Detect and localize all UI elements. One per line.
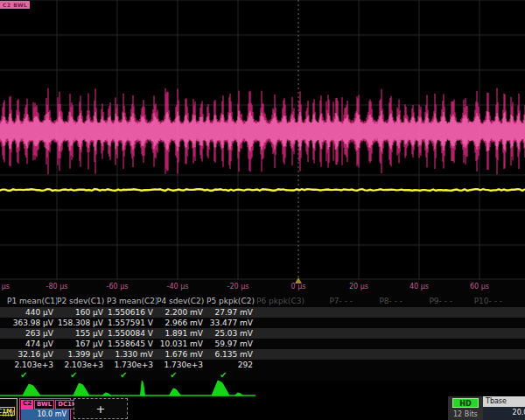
c2-scale-value: 10.0 mV: [21, 410, 69, 420]
timebase-box[interactable]: Tbase 20.0 µ: [483, 396, 525, 420]
table-row: 2.103e+32.103e+31.730e+31.730e+3292: [0, 360, 525, 370]
waveform-grid[interactable]: C2 BWL: [0, 0, 525, 280]
param-header[interactable]: P2 sdev(C1): [57, 296, 107, 306]
timebase-value: 20.0 µ: [483, 407, 525, 419]
time-tick-label: 20 µs: [349, 283, 368, 290]
param-value: 2.966 mV: [157, 318, 206, 328]
time-tick-label: -20 µs: [228, 283, 249, 290]
trend-peak: [74, 383, 89, 396]
param-value: 1.550616 V: [107, 307, 157, 318]
c1-scale-value: 0 mV: [0, 410, 14, 418]
param-value: 1.558645 V: [107, 339, 157, 349]
time-tick-label: -40 µs: [167, 283, 189, 290]
measurement-table: P1 mean(C1)P2 sdev(C1)P3 mean(C2)P4 sdev…: [0, 296, 525, 381]
param-value: 32.16 µV: [7, 349, 57, 360]
grid-canvas: [0, 0, 525, 280]
param-header[interactable]: P9- - -: [406, 296, 456, 306]
time-tick-label: 40 µs: [410, 283, 429, 290]
param-header[interactable]: P6 pkpk(C3): [256, 296, 306, 306]
param-value: 155 µV: [57, 328, 107, 339]
param-value: 59.97 mV: [206, 339, 256, 349]
channel-c1-descriptor[interactable]: DC1M 0 mV: [0, 398, 18, 420]
table-row: 32.16 µV1.399 µV1.330 mV1.676 mV6.135 mV: [0, 349, 525, 360]
param-value: 1.557591 V: [107, 318, 157, 328]
time-tick-label: 60 µs: [470, 283, 489, 290]
trend-peak: [102, 393, 111, 396]
time-tick-label: 0 µs: [291, 283, 306, 290]
acquisition-panel[interactable]: HD 12 Bits Tbase 20.0 µ: [448, 396, 525, 420]
param-value: 1.399 µV: [57, 349, 107, 360]
trace-descriptor-badge[interactable]: C2 BWL: [0, 1, 30, 9]
trigger-time-marker[interactable]: [295, 277, 302, 284]
time-axis: -100 µs-80 µs-60 µs-40 µs-20 µs0 µs20 µs…: [0, 280, 525, 296]
param-value: 158.308 µV: [57, 318, 107, 328]
param-value: 1.676 mV: [157, 349, 206, 360]
trend-strip: [0, 379, 525, 398]
table-row: 440 µV160 µV1.550616 V2.200 mV27.97 mV: [0, 307, 525, 318]
table-row: 474 µV167 µV1.558645 V10.031 mV59.97 mV: [0, 339, 525, 349]
param-value: 25.03 mV: [206, 328, 256, 339]
time-tick-label: -100 µs: [0, 283, 10, 290]
param-value: 10.031 mV: [157, 339, 206, 349]
param-value: 33.477 mV: [206, 318, 256, 328]
c2-channel-chip: C2: [21, 400, 33, 410]
time-tick-label: -80 µs: [46, 283, 68, 290]
param-header[interactable]: P8- - -: [356, 296, 406, 306]
trend-peak: [141, 381, 145, 396]
add-trace-button[interactable]: +: [74, 398, 128, 419]
param-value: 2.103e+3: [57, 360, 107, 370]
hd-mode-badge[interactable]: HD: [452, 398, 479, 408]
param-value: 474 µV: [7, 339, 57, 349]
time-tick-label: -60 µs: [107, 283, 129, 290]
param-value: 263 µV: [7, 328, 57, 339]
param-header[interactable]: P5 pkpk(C2): [206, 296, 256, 306]
param-header[interactable]: P10- - -: [456, 296, 506, 306]
param-value: 27.97 mV: [206, 307, 256, 318]
trend-peak: [170, 388, 181, 396]
param-value: 167 µV: [57, 339, 107, 349]
table-row: P1 mean(C1)P2 sdev(C1)P3 mean(C2)P4 sdev…: [0, 296, 525, 307]
descriptor-bar: DC1M 0 mV C2 BWL DC1M 10.0 mV + HD 12 Bi…: [0, 398, 525, 420]
param-header[interactable]: P7- - -: [306, 296, 356, 306]
param-value: 440 µV: [7, 307, 57, 318]
hd-bits-label: 12 Bits: [453, 410, 478, 418]
param-value: 292: [206, 360, 256, 370]
table-row: 263 µV155 µV1.550084 V1.891 mV25.03 mV: [0, 328, 525, 339]
c2-bwl-badge: BWL: [34, 400, 54, 410]
param-header[interactable]: P3 mean(C2): [107, 296, 157, 306]
trend-peak: [23, 384, 40, 396]
param-value: 1.730e+3: [157, 360, 206, 370]
param-value: 1.550084 V: [107, 328, 157, 339]
oscilloscope-screen: C2 BWL -100 µs-80 µs-60 µs-40 µs-20 µs0 …: [0, 0, 525, 420]
channel-c2-descriptor[interactable]: C2 BWL DC1M 10.0 mV: [19, 398, 71, 420]
table-row: 363.98 µV158.308 µV1.557591 V2.966 mV33.…: [0, 318, 525, 328]
param-value: 2.103e+3: [7, 360, 57, 370]
trend-peak: [212, 381, 229, 396]
param-header[interactable]: P1 mean(C1): [7, 296, 57, 306]
trend-peak: [235, 393, 243, 396]
param-value: 363.98 µV: [7, 318, 57, 328]
param-header[interactable]: P4 sdev(C2): [157, 296, 206, 306]
param-value: 160 µV: [57, 307, 107, 318]
param-value: 2.200 mV: [157, 307, 206, 318]
param-value: 6.135 mV: [206, 349, 256, 360]
trend-canvas: [0, 379, 525, 398]
timebase-title: Tbase: [483, 396, 525, 407]
param-value: 1.330 mV: [107, 349, 157, 360]
param-value: 1.730e+3: [107, 360, 157, 370]
param-value: 1.891 mV: [157, 328, 206, 339]
